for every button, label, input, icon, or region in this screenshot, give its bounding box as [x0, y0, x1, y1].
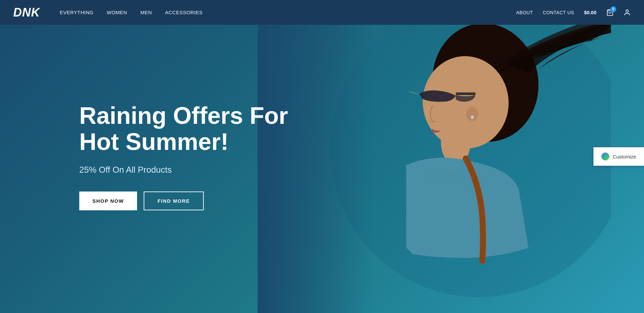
hero-buttons: SHOP NOW FIND MORE: [79, 191, 288, 210]
cart-badge: 0: [610, 6, 616, 12]
cart-price: $0.00: [584, 10, 596, 15]
nav-accessories[interactable]: ACCESSORIES: [165, 10, 203, 15]
customize-label: Customize: [613, 154, 636, 159]
hero-content: Raining Offers For Hot Summer! 25% Off O…: [0, 103, 288, 210]
nav-men[interactable]: MEN: [140, 10, 152, 15]
hero-section: DNK EVERYTHING WOMEN MEN ACCESSORIES ABO…: [0, 0, 644, 313]
svg-point-8: [626, 10, 628, 12]
hero-title: Raining Offers For Hot Summer!: [79, 103, 288, 155]
nav-everything[interactable]: EVERYTHING: [60, 10, 93, 15]
hero-image: [258, 0, 644, 313]
hero-subtitle: 25% Off On All Products: [79, 165, 288, 175]
logo[interactable]: DNK: [13, 6, 40, 19]
contact-link[interactable]: CONTACT US: [543, 10, 574, 15]
image-overlay: [258, 0, 644, 313]
header-right: ABOUT CONTACT US $0.00 0: [516, 9, 631, 16]
palette-icon: [601, 153, 609, 160]
find-more-button[interactable]: FIND MORE: [144, 191, 204, 210]
nav-women[interactable]: WOMEN: [107, 10, 127, 15]
customize-button[interactable]: Customize: [593, 147, 644, 166]
header: DNK EVERYTHING WOMEN MEN ACCESSORIES ABO…: [0, 0, 644, 25]
main-nav: EVERYTHING WOMEN MEN ACCESSORIES: [60, 10, 516, 15]
about-link[interactable]: ABOUT: [516, 10, 533, 15]
shop-now-button[interactable]: SHOP NOW: [79, 191, 137, 210]
user-icon[interactable]: [624, 9, 631, 16]
cart-icon-wrapper[interactable]: 0: [606, 9, 614, 16]
